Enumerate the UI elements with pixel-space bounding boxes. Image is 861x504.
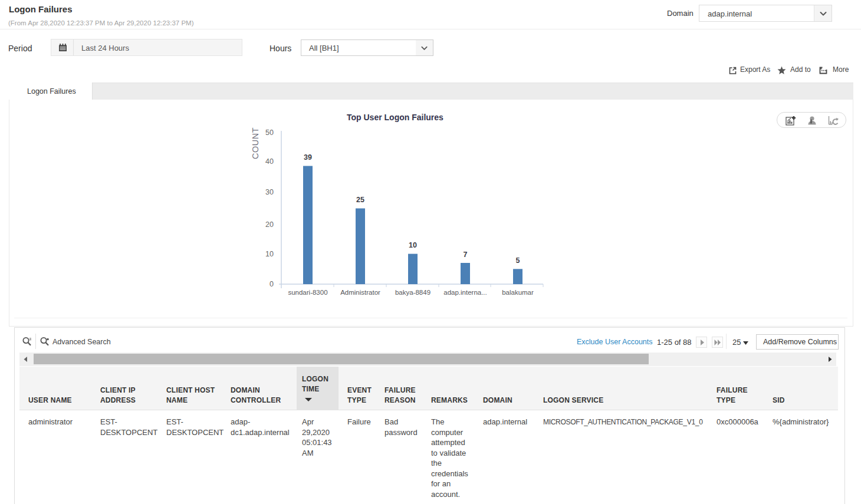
svg-text:Administrator: Administrator bbox=[340, 289, 380, 296]
svg-text:25: 25 bbox=[356, 196, 364, 204]
svg-text:5: 5 bbox=[516, 256, 520, 265]
svg-text:20: 20 bbox=[265, 220, 274, 229]
svg-text:0: 0 bbox=[270, 280, 274, 288]
svg-text:10: 10 bbox=[265, 250, 274, 258]
svg-text:40: 40 bbox=[265, 157, 274, 166]
svg-text:balakumar: balakumar bbox=[502, 289, 534, 296]
svg-text:COUNT: COUNT bbox=[251, 127, 260, 159]
svg-text:bakya-8849: bakya-8849 bbox=[395, 289, 431, 296]
svg-text:10: 10 bbox=[409, 241, 417, 249]
svg-text:30: 30 bbox=[265, 188, 274, 196]
svg-text:39: 39 bbox=[304, 153, 312, 162]
svg-text:sundari-8300: sundari-8300 bbox=[288, 289, 327, 296]
svg-text:50: 50 bbox=[265, 129, 274, 137]
svg-text:adap.interna...: adap.interna... bbox=[443, 289, 487, 296]
svg-text:7: 7 bbox=[464, 251, 468, 259]
